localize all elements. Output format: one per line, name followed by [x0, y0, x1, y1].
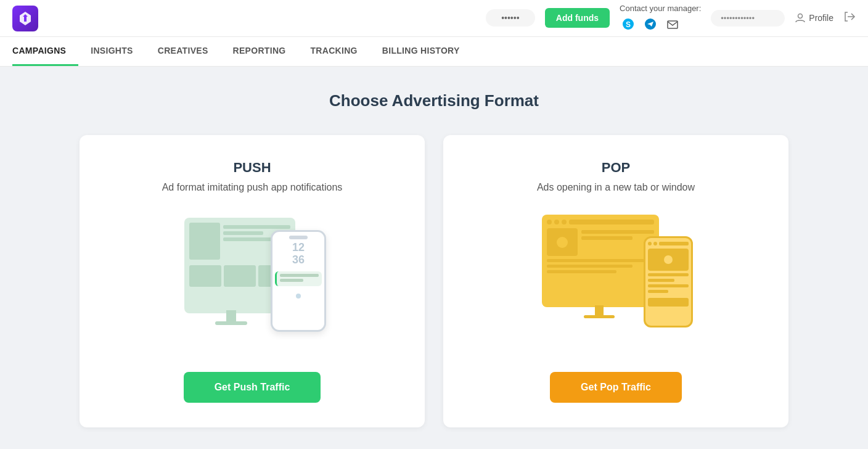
svg-rect-3: [668, 21, 678, 28]
balance-display: ••••••: [486, 9, 535, 27]
nav-item-insights[interactable]: INSIGHTS: [78, 37, 145, 66]
pop-phone-graphic: [644, 236, 693, 327]
cards-container: PUSH Ad format imitating push app notifi…: [64, 135, 804, 427]
main-nav: CAMPAIGNS INSIGHTS CREATIVES REPORTING T…: [0, 37, 868, 67]
logo-icon[interactable]: [12, 6, 38, 31]
header-right: •••••• Add funds Contact your manager: S: [486, 4, 856, 33]
profile-label: Profile: [809, 13, 833, 23]
push-card-title: PUSH: [233, 160, 271, 176]
push-card: PUSH Ad format imitating push app notifi…: [80, 135, 425, 427]
nav-item-reporting[interactable]: REPORTING: [221, 37, 298, 66]
pop-card-description: Ads opening in a new tab or window: [537, 182, 695, 193]
logo-area: [12, 6, 38, 31]
contact-manager-label2: manager:: [667, 4, 701, 13]
nav-item-creatives[interactable]: CREATIVES: [145, 37, 221, 66]
svg-text:S: S: [626, 20, 631, 29]
nav-item-tracking[interactable]: TRACKING: [298, 37, 370, 66]
page-title: Choose Advertising Format: [12, 91, 856, 110]
contact-icons: S: [620, 15, 701, 33]
push-illustration: 1236: [172, 212, 332, 347]
get-pop-traffic-button[interactable]: Get Pop Traffic: [550, 372, 682, 403]
push-card-description: Ad format imitating push app notificatio…: [162, 182, 343, 193]
email-icon[interactable]: [664, 15, 681, 33]
pop-desktop-graphic: [542, 215, 659, 307]
profile-link[interactable]: Profile: [795, 12, 833, 23]
user-email-display: ••••••••••••: [711, 10, 785, 27]
svg-point-4: [798, 14, 803, 19]
contact-manager-area: Contact your manager: S: [620, 4, 701, 33]
nav-item-campaigns[interactable]: CAMPAIGNS: [12, 37, 78, 66]
pop-card: POP Ads opening in a new tab or window: [443, 135, 788, 427]
header: •••••• Add funds Contact your manager: S: [0, 0, 868, 37]
logout-icon[interactable]: [843, 10, 856, 26]
add-funds-button[interactable]: Add funds: [545, 8, 610, 28]
nav-item-billing-history[interactable]: BILLING HISTORY: [370, 37, 472, 66]
pop-card-title: POP: [602, 160, 630, 176]
get-push-traffic-button[interactable]: Get Push Traffic: [184, 372, 321, 403]
main-content: Choose Advertising Format PUSH Ad format…: [0, 67, 868, 449]
pop-illustration: [536, 212, 696, 347]
push-phone-graphic: 1236: [271, 230, 326, 332]
telegram-icon[interactable]: [642, 15, 659, 33]
contact-manager-label: Contact your: [620, 4, 665, 13]
skype-icon[interactable]: S: [620, 15, 637, 33]
